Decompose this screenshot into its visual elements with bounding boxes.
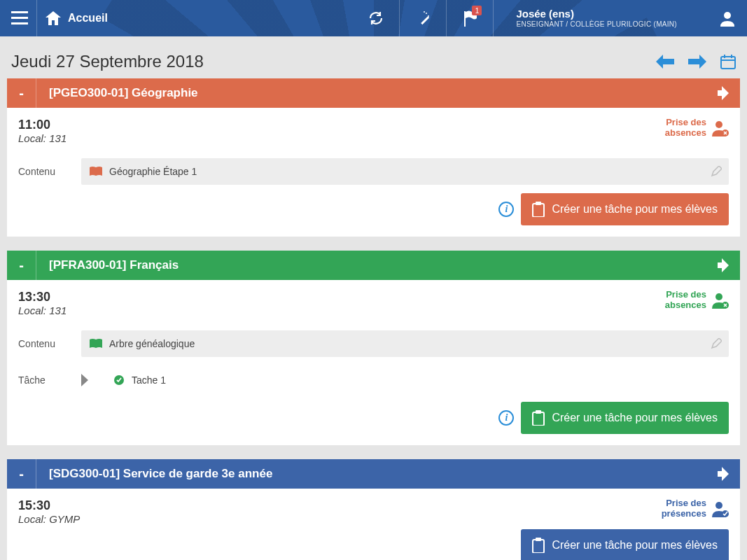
prev-day-button[interactable] — [656, 55, 674, 69]
separator — [446, 0, 447, 36]
create-task-label: Créer une tâche pour mes élèves — [552, 412, 718, 424]
content-label: Contenu — [18, 166, 70, 177]
class-room: Local: 131 — [18, 304, 67, 316]
svg-point-22 — [715, 502, 722, 509]
content: Jeudi 27 Septembre 2018 - [PGEO300-01] G… — [0, 36, 747, 560]
person-x-icon — [712, 292, 729, 309]
separator — [493, 0, 494, 36]
task-icon — [113, 374, 125, 386]
person-x-icon — [712, 120, 729, 136]
attendance-button[interactable]: Prise des absences — [665, 118, 729, 139]
arrow-right-icon[interactable] — [716, 467, 730, 481]
user-block[interactable]: Josée (ens) ENSEIGNANT / COLLÈGE PLURILO… — [516, 8, 677, 29]
create-task-button[interactable]: Créer une tâche pour mes élèves — [521, 529, 729, 560]
class-card-geography: - [PGEO300-01] Géographie 11:00 Local: 1… — [7, 78, 740, 237]
class-time: 13:30 — [18, 290, 67, 304]
task-label: Tâche — [18, 374, 70, 386]
topbar: Accueil 1 Josée (ens) ENSEIGNANT / COLLÈ… — [0, 0, 747, 36]
book-icon — [90, 167, 102, 176]
svg-point-17 — [715, 293, 722, 300]
svg-rect-15 — [533, 204, 544, 217]
menu-icon[interactable] — [11, 11, 28, 25]
svg-rect-7 — [464, 11, 466, 27]
svg-point-6 — [424, 11, 425, 13]
clipboard-icon — [532, 538, 545, 553]
svg-rect-25 — [536, 538, 541, 541]
svg-rect-9 — [721, 57, 735, 69]
attendance-button[interactable]: Prise des absences — [665, 290, 729, 311]
person-check-icon — [712, 500, 729, 517]
class-room: Local: GYMP — [18, 513, 80, 525]
chevron-right-icon — [81, 374, 94, 386]
svg-rect-21 — [536, 410, 541, 414]
attendance-label: Prise des présences — [662, 498, 706, 519]
svg-point-5 — [428, 15, 429, 17]
arrow-right-icon[interactable] — [716, 258, 730, 272]
user-name: Josée (ens) — [516, 8, 677, 20]
info-icon[interactable]: i — [498, 410, 514, 426]
calendar-button[interactable] — [720, 54, 736, 69]
class-title: [PFRA300-01] Français — [49, 258, 179, 272]
task-field[interactable]: Tache 1 — [105, 367, 729, 393]
create-task-button[interactable]: Créer une tâche pour mes élèves — [521, 193, 729, 225]
class-title: [PGEO300-01] Géographie — [49, 86, 198, 100]
content-value: Arbre généalogique — [109, 338, 195, 349]
info-icon[interactable]: i — [498, 202, 514, 217]
sync-icon[interactable] — [368, 10, 384, 26]
content-value: Géographie Étape 1 — [109, 166, 197, 177]
edit-icon[interactable] — [711, 166, 722, 177]
svg-rect-24 — [533, 540, 544, 553]
create-task-button[interactable]: Créer une tâche pour mes élèves — [521, 402, 729, 434]
attendance-button[interactable]: Prise des présences — [662, 498, 729, 519]
class-header[interactable]: - [PGEO300-01] Géographie — [7, 78, 740, 108]
svg-point-4 — [426, 13, 427, 14]
profile-icon[interactable] — [719, 10, 736, 27]
date-row: Jeudi 27 Septembre 2018 — [7, 52, 740, 78]
page-date: Jeudi 27 Septembre 2018 — [11, 52, 204, 71]
class-header[interactable]: - [SDG300-01] Service de garde 3e année — [7, 459, 740, 489]
arrow-right-icon[interactable] — [716, 86, 730, 100]
svg-point-13 — [715, 121, 722, 128]
class-card-french: - [PFRA300-01] Français 13:30 Local: 131… — [7, 251, 740, 445]
class-title: [SDG300-01] Service de garde 3e année — [49, 467, 272, 481]
svg-rect-0 — [11, 11, 28, 13]
content-field[interactable]: Arbre généalogique — [81, 330, 729, 357]
class-header[interactable]: - [PFRA300-01] Français — [7, 251, 740, 280]
book-icon — [90, 339, 102, 349]
collapse-button[interactable]: - — [7, 251, 36, 280]
clipboard-icon — [532, 202, 545, 217]
class-room: Local: 131 — [18, 132, 67, 144]
svg-rect-1 — [11, 17, 28, 19]
separator — [36, 0, 37, 36]
content-field[interactable]: Géographie Étape 1 — [81, 158, 729, 185]
home-icon[interactable] — [46, 11, 61, 25]
class-card-daycare: - [SDG300-01] Service de garde 3e année … — [7, 459, 740, 560]
edit-icon[interactable] — [711, 338, 722, 349]
collapse-button[interactable]: - — [7, 459, 36, 489]
user-role: ENSEIGNANT / COLLÈGE PLURILOGIC (MAIN) — [516, 20, 677, 29]
flag-badge: 1 — [472, 6, 482, 15]
clipboard-icon — [532, 410, 545, 426]
class-time: 11:00 — [18, 118, 67, 132]
separator — [399, 0, 400, 36]
next-day-button[interactable] — [688, 55, 706, 69]
collapse-button[interactable]: - — [7, 78, 36, 108]
content-label: Contenu — [18, 338, 70, 349]
create-task-label: Créer une tâche pour mes élèves — [552, 203, 718, 216]
svg-point-8 — [724, 12, 731, 19]
flag-icon[interactable]: 1 — [462, 10, 477, 27]
create-task-label: Créer une tâche pour mes élèves — [552, 539, 718, 552]
svg-rect-2 — [11, 22, 28, 24]
svg-rect-16 — [536, 202, 541, 205]
svg-rect-3 — [421, 16, 430, 24]
home-label[interactable]: Accueil — [68, 12, 108, 24]
class-time: 15:30 — [18, 498, 80, 513]
attendance-label: Prise des absences — [665, 290, 706, 311]
attendance-label: Prise des absences — [665, 118, 706, 139]
date-nav — [656, 54, 736, 69]
wand-icon[interactable] — [415, 10, 431, 26]
svg-rect-20 — [533, 412, 544, 426]
task-value: Tache 1 — [132, 374, 166, 386]
